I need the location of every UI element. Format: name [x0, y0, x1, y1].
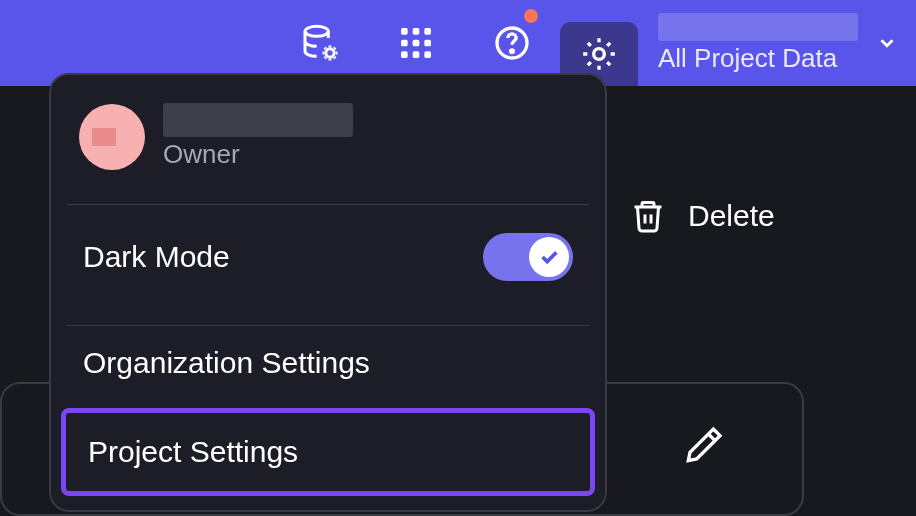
database-settings-icon: [300, 23, 340, 63]
user-name-redacted: [163, 103, 353, 137]
svg-point-1: [326, 49, 334, 57]
pencil-icon: [685, 424, 725, 464]
svg-rect-4: [424, 28, 431, 35]
svg-rect-2: [401, 28, 408, 35]
project-subtitle: All Project Data: [658, 43, 858, 74]
svg-rect-6: [413, 40, 420, 47]
avatar: [79, 104, 145, 170]
check-icon: [538, 246, 560, 268]
settings-dropdown: Owner Dark Mode Organization Settings Pr…: [49, 73, 607, 512]
menu-item-org-settings[interactable]: Organization Settings: [51, 326, 605, 400]
svg-rect-5: [401, 40, 408, 47]
dark-mode-label: Dark Mode: [83, 240, 230, 274]
notification-dot-icon: [524, 9, 538, 23]
trash-icon: [630, 198, 666, 234]
svg-rect-8: [401, 51, 408, 58]
apps-icon-button[interactable]: [368, 11, 464, 75]
gear-icon: [579, 34, 619, 74]
grid-icon: [396, 23, 436, 63]
project-name-redacted: [658, 13, 858, 41]
database-icon-button[interactable]: [272, 11, 368, 75]
help-icon-button[interactable]: [464, 11, 560, 75]
edit-button[interactable]: [685, 424, 725, 468]
dark-mode-toggle[interactable]: [483, 233, 573, 281]
svg-rect-9: [413, 51, 420, 58]
svg-rect-10: [424, 51, 431, 58]
svg-point-13: [594, 49, 605, 60]
delete-button[interactable]: Delete: [630, 198, 775, 234]
user-section: Owner: [51, 75, 605, 188]
user-role: Owner: [163, 139, 353, 170]
svg-rect-3: [413, 28, 420, 35]
chevron-down-icon: [876, 32, 898, 54]
delete-label: Delete: [688, 199, 775, 233]
dark-mode-row: Dark Mode: [51, 205, 605, 309]
menu-item-project-settings[interactable]: Project Settings: [61, 408, 595, 496]
svg-point-12: [511, 50, 514, 53]
help-icon: [492, 23, 532, 63]
toggle-knob: [529, 237, 569, 277]
svg-point-0: [305, 26, 328, 36]
project-selector[interactable]: All Project Data: [658, 13, 898, 74]
svg-rect-7: [424, 40, 431, 47]
